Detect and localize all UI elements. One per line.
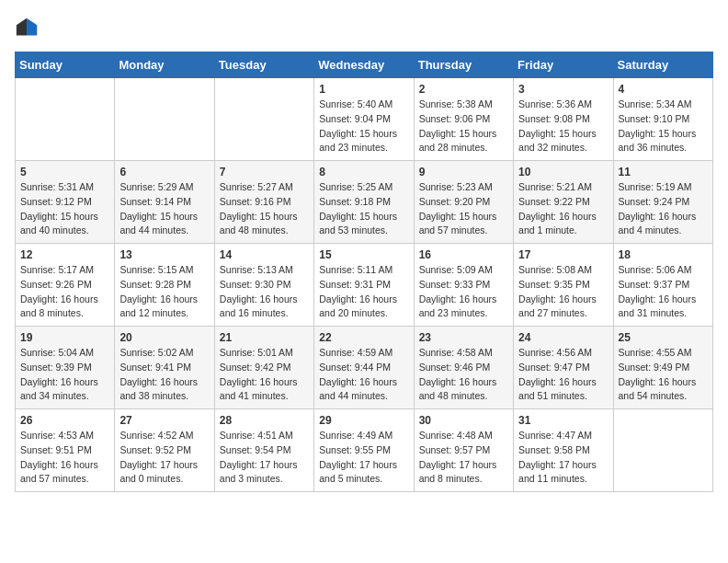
day-info: Sunrise: 5:23 AMSunset: 9:20 PMDaylight:… bbox=[419, 180, 508, 238]
calendar-cell: 13Sunrise: 5:15 AMSunset: 9:28 PMDayligh… bbox=[115, 244, 214, 327]
calendar-week-row: 26Sunrise: 4:53 AMSunset: 9:51 PMDayligh… bbox=[16, 409, 713, 492]
calendar-cell: 25Sunrise: 4:55 AMSunset: 9:49 PMDayligh… bbox=[613, 327, 712, 409]
logo-icon bbox=[15, 15, 40, 40]
day-number: 30 bbox=[419, 414, 508, 427]
day-info: Sunrise: 5:01 AMSunset: 9:42 PMDaylight:… bbox=[220, 346, 309, 404]
calendar-cell bbox=[613, 409, 712, 492]
day-number: 18 bbox=[619, 248, 708, 261]
day-number: 2 bbox=[419, 83, 508, 96]
calendar-cell: 5Sunrise: 5:31 AMSunset: 9:12 PMDaylight… bbox=[16, 161, 115, 244]
day-info: Sunrise: 4:59 AMSunset: 9:44 PMDaylight:… bbox=[319, 346, 408, 404]
day-number: 16 bbox=[419, 248, 508, 261]
day-info: Sunrise: 4:49 AMSunset: 9:55 PMDaylight:… bbox=[319, 429, 408, 487]
day-number: 4 bbox=[619, 83, 708, 96]
day-info: Sunrise: 5:36 AMSunset: 9:08 PMDaylight:… bbox=[518, 98, 608, 155]
day-info: Sunrise: 5:27 AMSunset: 9:16 PMDaylight:… bbox=[220, 180, 309, 238]
day-info: Sunrise: 4:52 AMSunset: 9:52 PMDaylight:… bbox=[119, 429, 209, 487]
weekday-header: Monday bbox=[115, 52, 214, 78]
day-number: 12 bbox=[20, 248, 109, 261]
day-info: Sunrise: 4:47 AMSunset: 9:58 PMDaylight:… bbox=[518, 429, 608, 487]
day-number: 22 bbox=[319, 331, 408, 344]
day-info: Sunrise: 4:48 AMSunset: 9:57 PMDaylight:… bbox=[419, 429, 508, 487]
calendar-cell: 4Sunrise: 5:34 AMSunset: 9:10 PMDaylight… bbox=[613, 78, 712, 161]
calendar-cell: 18Sunrise: 5:06 AMSunset: 9:37 PMDayligh… bbox=[613, 244, 712, 327]
day-number: 25 bbox=[619, 331, 708, 344]
calendar-cell: 15Sunrise: 5:11 AMSunset: 9:31 PMDayligh… bbox=[314, 244, 414, 327]
day-info: Sunrise: 4:51 AMSunset: 9:54 PMDaylight:… bbox=[220, 429, 309, 487]
calendar-cell: 7Sunrise: 5:27 AMSunset: 9:16 PMDaylight… bbox=[214, 161, 313, 244]
day-info: Sunrise: 5:04 AMSunset: 9:39 PMDaylight:… bbox=[20, 346, 109, 404]
day-info: Sunrise: 5:34 AMSunset: 9:10 PMDaylight:… bbox=[619, 98, 708, 155]
svg-marker-1 bbox=[17, 18, 27, 36]
day-info: Sunrise: 5:31 AMSunset: 9:12 PMDaylight:… bbox=[20, 180, 109, 238]
calendar-cell: 29Sunrise: 4:49 AMSunset: 9:55 PMDayligh… bbox=[314, 409, 414, 492]
day-number: 20 bbox=[119, 331, 209, 344]
day-number: 9 bbox=[419, 166, 508, 178]
calendar-cell: 28Sunrise: 4:51 AMSunset: 9:54 PMDayligh… bbox=[214, 409, 313, 492]
day-info: Sunrise: 5:02 AMSunset: 9:41 PMDaylight:… bbox=[119, 346, 209, 404]
calendar-cell: 3Sunrise: 5:36 AMSunset: 9:08 PMDaylight… bbox=[514, 78, 613, 161]
day-info: Sunrise: 5:11 AMSunset: 9:31 PMDaylight:… bbox=[319, 263, 408, 321]
svg-marker-0 bbox=[27, 18, 37, 36]
calendar-cell: 10Sunrise: 5:21 AMSunset: 9:22 PMDayligh… bbox=[514, 161, 613, 244]
day-number: 29 bbox=[319, 414, 408, 427]
calendar-cell bbox=[214, 78, 313, 161]
day-number: 24 bbox=[518, 331, 608, 344]
day-number: 10 bbox=[518, 166, 608, 178]
calendar-week-row: 19Sunrise: 5:04 AMSunset: 9:39 PMDayligh… bbox=[16, 327, 713, 409]
day-number: 17 bbox=[518, 248, 608, 261]
day-info: Sunrise: 4:56 AMSunset: 9:47 PMDaylight:… bbox=[518, 346, 608, 404]
calendar-cell bbox=[16, 78, 115, 161]
day-info: Sunrise: 4:58 AMSunset: 9:46 PMDaylight:… bbox=[419, 346, 508, 404]
calendar-cell: 17Sunrise: 5:08 AMSunset: 9:35 PMDayligh… bbox=[514, 244, 613, 327]
day-number: 19 bbox=[20, 331, 109, 344]
day-number: 27 bbox=[119, 414, 209, 427]
day-info: Sunrise: 5:21 AMSunset: 9:22 PMDaylight:… bbox=[518, 180, 608, 238]
calendar-cell: 12Sunrise: 5:17 AMSunset: 9:26 PMDayligh… bbox=[16, 244, 115, 327]
calendar-cell: 2Sunrise: 5:38 AMSunset: 9:06 PMDaylight… bbox=[414, 78, 513, 161]
calendar-cell: 24Sunrise: 4:56 AMSunset: 9:47 PMDayligh… bbox=[514, 327, 613, 409]
calendar-cell: 19Sunrise: 5:04 AMSunset: 9:39 PMDayligh… bbox=[16, 327, 115, 409]
day-number: 6 bbox=[119, 166, 209, 178]
day-number: 11 bbox=[619, 166, 708, 178]
day-info: Sunrise: 5:09 AMSunset: 9:33 PMDaylight:… bbox=[419, 263, 508, 321]
day-info: Sunrise: 5:40 AMSunset: 9:04 PMDaylight:… bbox=[319, 98, 408, 155]
calendar-week-row: 12Sunrise: 5:17 AMSunset: 9:26 PMDayligh… bbox=[16, 244, 713, 327]
calendar-cell: 21Sunrise: 5:01 AMSunset: 9:42 PMDayligh… bbox=[214, 327, 313, 409]
calendar-cell: 8Sunrise: 5:25 AMSunset: 9:18 PMDaylight… bbox=[314, 161, 414, 244]
weekday-header: Friday bbox=[514, 52, 613, 78]
calendar-cell: 27Sunrise: 4:52 AMSunset: 9:52 PMDayligh… bbox=[115, 409, 214, 492]
calendar-cell bbox=[115, 78, 214, 161]
calendar-cell: 14Sunrise: 5:13 AMSunset: 9:30 PMDayligh… bbox=[214, 244, 313, 327]
day-number: 26 bbox=[20, 414, 109, 427]
weekday-header: Wednesday bbox=[314, 52, 414, 78]
calendar-cell: 26Sunrise: 4:53 AMSunset: 9:51 PMDayligh… bbox=[16, 409, 115, 492]
day-info: Sunrise: 5:38 AMSunset: 9:06 PMDaylight:… bbox=[419, 98, 508, 155]
weekday-header: Tuesday bbox=[214, 52, 313, 78]
calendar-table: SundayMondayTuesdayWednesdayThursdayFrid… bbox=[15, 52, 713, 492]
weekday-header: Sunday bbox=[16, 52, 115, 78]
day-info: Sunrise: 5:15 AMSunset: 9:28 PMDaylight:… bbox=[119, 263, 209, 321]
day-number: 8 bbox=[319, 166, 408, 178]
calendar-cell: 20Sunrise: 5:02 AMSunset: 9:41 PMDayligh… bbox=[115, 327, 214, 409]
day-number: 1 bbox=[319, 83, 408, 96]
calendar-cell: 22Sunrise: 4:59 AMSunset: 9:44 PMDayligh… bbox=[314, 327, 414, 409]
calendar-cell: 23Sunrise: 4:58 AMSunset: 9:46 PMDayligh… bbox=[414, 327, 513, 409]
calendar-week-row: 1Sunrise: 5:40 AMSunset: 9:04 PMDaylight… bbox=[16, 78, 713, 161]
day-number: 21 bbox=[220, 331, 309, 344]
day-info: Sunrise: 4:55 AMSunset: 9:49 PMDaylight:… bbox=[619, 346, 708, 404]
day-number: 14 bbox=[220, 248, 309, 261]
day-number: 28 bbox=[220, 414, 309, 427]
calendar-cell: 6Sunrise: 5:29 AMSunset: 9:14 PMDaylight… bbox=[115, 161, 214, 244]
calendar-header bbox=[15, 15, 713, 40]
day-info: Sunrise: 5:06 AMSunset: 9:37 PMDaylight:… bbox=[619, 263, 708, 321]
day-number: 31 bbox=[518, 414, 608, 427]
day-number: 3 bbox=[518, 83, 608, 96]
calendar-cell: 16Sunrise: 5:09 AMSunset: 9:33 PMDayligh… bbox=[414, 244, 513, 327]
calendar-cell: 30Sunrise: 4:48 AMSunset: 9:57 PMDayligh… bbox=[414, 409, 513, 492]
weekday-header: Saturday bbox=[613, 52, 712, 78]
day-info: Sunrise: 5:25 AMSunset: 9:18 PMDaylight:… bbox=[319, 180, 408, 238]
calendar-week-row: 5Sunrise: 5:31 AMSunset: 9:12 PMDaylight… bbox=[16, 161, 713, 244]
day-number: 5 bbox=[20, 166, 109, 178]
day-info: Sunrise: 5:13 AMSunset: 9:30 PMDaylight:… bbox=[220, 263, 309, 321]
